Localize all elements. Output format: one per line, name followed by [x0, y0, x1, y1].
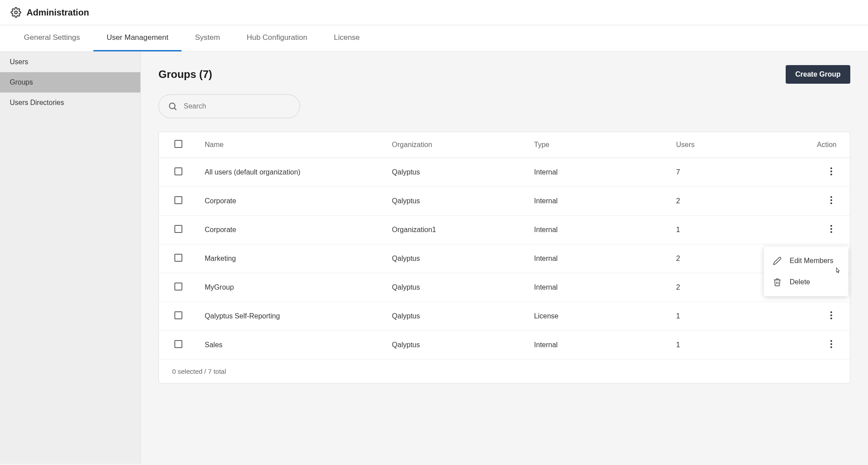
cell-action [785, 187, 850, 216]
row-checkbox[interactable] [174, 225, 182, 233]
row-checkbox-cell [159, 216, 198, 244]
table-row: SalesQalyptusInternal1 [159, 331, 850, 360]
row-checkbox[interactable] [174, 196, 182, 204]
cell-action [785, 331, 850, 360]
svg-point-9 [830, 225, 832, 227]
create-group-button[interactable]: Create Group [786, 65, 850, 84]
sidebar-item-users[interactable]: Users [0, 52, 140, 72]
svg-line-2 [174, 108, 177, 110]
cell-type: Internal [527, 158, 669, 187]
sidebar: Users Groups Users Directories [0, 52, 141, 464]
more-vertical-icon[interactable] [826, 339, 837, 349]
tab-general-settings[interactable]: General Settings [11, 25, 93, 51]
svg-point-3 [830, 167, 832, 169]
svg-point-5 [830, 174, 832, 175]
cell-name: Sales [198, 331, 385, 360]
sidebar-item-users-directories[interactable]: Users Directories [0, 93, 140, 113]
page-title-bar: Groups (7) Create Group [158, 65, 850, 84]
cell-organization: Qalyptus [385, 244, 527, 273]
svg-point-1 [170, 103, 175, 109]
cell-type: Internal [527, 331, 669, 360]
cell-type: Internal [527, 273, 669, 302]
tabs-container: General Settings User Management System … [0, 25, 868, 52]
svg-point-19 [830, 314, 832, 316]
row-checkbox-cell [159, 273, 198, 302]
cell-type: Internal [527, 187, 669, 216]
cell-organization: Organization1 [385, 216, 527, 244]
header-name[interactable]: Name [198, 132, 385, 158]
row-checkbox[interactable] [174, 167, 182, 175]
select-all-checkbox[interactable] [174, 140, 182, 148]
row-checkbox-cell [159, 187, 198, 216]
row-action-menu: Edit Members Delete [764, 247, 848, 296]
cell-name: Corporate [198, 216, 385, 244]
more-vertical-icon[interactable] [826, 310, 837, 321]
cell-name: All users (default organization) [198, 158, 385, 187]
svg-point-10 [830, 228, 832, 230]
cell-organization: Qalyptus [385, 302, 527, 331]
cell-organization: Qalyptus [385, 187, 527, 216]
header-organization[interactable]: Organization [385, 132, 527, 158]
gear-icon [11, 7, 21, 18]
table-footer: 0 selected / 7 total [159, 360, 850, 383]
search-container[interactable] [158, 94, 300, 118]
header-title: Administration [27, 8, 89, 18]
svg-point-6 [830, 196, 832, 198]
svg-point-23 [830, 346, 832, 348]
cell-users: 1 [669, 216, 786, 244]
layout: Users Groups Users Directories Groups (7… [0, 52, 868, 464]
more-vertical-icon[interactable] [826, 166, 837, 177]
cell-users: 7 [669, 158, 786, 187]
cell-action [785, 302, 850, 331]
cell-name: Corporate [198, 187, 385, 216]
table-header-row: Name Organization Type Users Action [159, 132, 850, 158]
table-row: MarketingQalyptusInternal2 [159, 244, 850, 273]
row-checkbox[interactable] [174, 340, 182, 348]
cell-type: Internal [527, 244, 669, 273]
cell-organization: Qalyptus [385, 273, 527, 302]
tab-license[interactable]: License [320, 25, 373, 51]
header-checkbox-cell [159, 132, 198, 158]
header-users[interactable]: Users [669, 132, 786, 158]
cell-users: 1 [669, 302, 786, 331]
row-checkbox[interactable] [174, 254, 182, 262]
groups-table-container: Name Organization Type Users Action All … [158, 132, 850, 384]
row-checkbox[interactable] [174, 283, 182, 291]
svg-point-11 [830, 231, 832, 233]
page-header: Administration [0, 0, 868, 25]
search-input[interactable] [184, 102, 291, 110]
menu-item-label: Delete [790, 278, 810, 286]
more-vertical-icon[interactable] [826, 195, 837, 205]
cell-name: Qalyptus Self-Reporting [198, 302, 385, 331]
header-type[interactable]: Type [527, 132, 669, 158]
pencil-icon [773, 256, 782, 265]
svg-point-18 [830, 311, 832, 313]
sidebar-item-groups[interactable]: Groups [0, 72, 140, 93]
header-action: Action [785, 132, 850, 158]
table-row: All users (default organization)Qalyptus… [159, 158, 850, 187]
trash-icon [773, 278, 782, 287]
svg-point-20 [830, 318, 832, 319]
table-row: CorporateQalyptusInternal2 [159, 187, 850, 216]
svg-point-8 [830, 202, 832, 204]
cell-organization: Qalyptus [385, 158, 527, 187]
svg-point-7 [830, 199, 832, 201]
groups-table: Name Organization Type Users Action All … [159, 132, 850, 360]
tab-system[interactable]: System [181, 25, 233, 51]
row-checkbox[interactable] [174, 311, 182, 319]
table-row: Qalyptus Self-ReportingQalyptusLicense1 [159, 302, 850, 331]
cell-users: 1 [669, 331, 786, 360]
search-icon [168, 101, 177, 111]
cell-action [785, 216, 850, 244]
more-vertical-icon[interactable] [826, 224, 837, 234]
table-row: MyGroupQalyptusInternal2 [159, 273, 850, 302]
tab-hub-configuration[interactable]: Hub Configuration [233, 25, 320, 51]
menu-item-label: Edit Members [790, 257, 833, 265]
page-title: Groups (7) [158, 68, 212, 81]
menu-item-edit-members[interactable]: Edit Members [764, 250, 848, 271]
tab-user-management[interactable]: User Management [93, 25, 182, 51]
menu-item-delete[interactable]: Delete [764, 271, 848, 293]
cell-type: Internal [527, 216, 669, 244]
cell-users: 2 [669, 187, 786, 216]
svg-point-0 [15, 11, 17, 14]
